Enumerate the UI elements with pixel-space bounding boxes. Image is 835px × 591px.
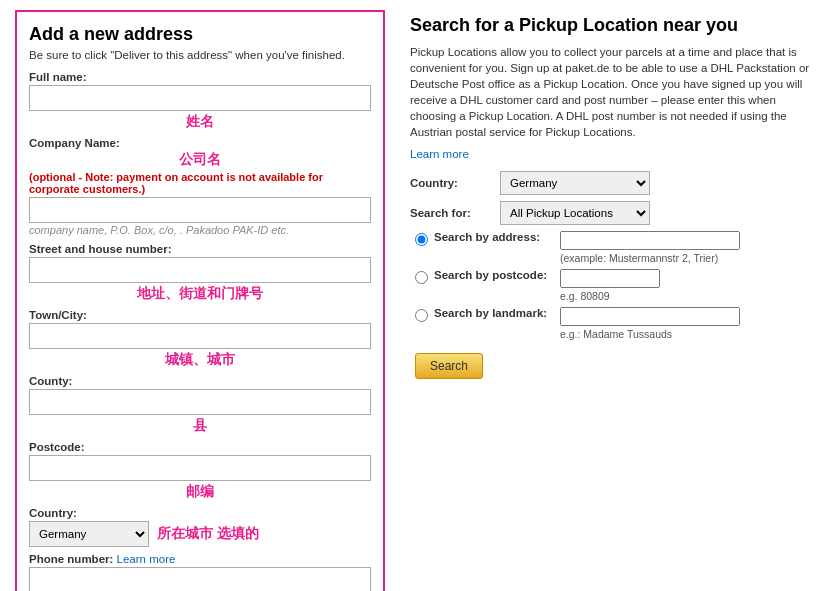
postcode-input[interactable]: [29, 455, 371, 481]
phone-learn-more-link[interactable]: Learn more: [117, 553, 176, 565]
county-group: County: 县: [29, 375, 371, 435]
search-for-select[interactable]: All Pickup Locations DHL Packstation Deu…: [500, 201, 650, 225]
town-label: Town/City:: [29, 309, 371, 321]
company-name-group: Company Name: 公司名 (optional - Note: paym…: [29, 137, 371, 237]
search-landmark-label: Search by landmark:: [434, 307, 554, 319]
postcode-annotation: 邮编: [29, 483, 371, 501]
search-button[interactable]: Search: [415, 353, 483, 379]
phone-group: Phone number: Learn more 手机号码: [29, 553, 371, 591]
country-select[interactable]: Germany: [29, 521, 149, 547]
street-label: Street and house number:: [29, 243, 371, 255]
search-address-input[interactable]: [560, 231, 740, 250]
search-address-radio[interactable]: [415, 233, 428, 246]
full-name-input[interactable]: [29, 85, 371, 111]
search-for-label: Search for:: [410, 207, 500, 219]
company-name-label: Company Name: 公司名 (optional - Note: paym…: [29, 137, 371, 195]
search-country-select[interactable]: Germany: [500, 171, 650, 195]
full-name-annotation: 姓名: [29, 113, 371, 131]
country-label: Country:: [29, 507, 371, 519]
town-input[interactable]: [29, 323, 371, 349]
town-annotation: 城镇、城市: [29, 351, 371, 369]
street-annotation: 地址、街道和门牌号: [29, 285, 371, 303]
company-annotation: 公司名: [29, 151, 371, 169]
search-postcode-row: Search by postcode: e.g. 80809: [410, 269, 815, 302]
left-address-panel: Add a new address Be sure to click "Deli…: [15, 10, 385, 591]
pickup-title: Search for a Pickup Location near you: [410, 15, 815, 36]
full-name-group: Full name: 姓名: [29, 71, 371, 131]
search-landmark-input[interactable]: [560, 307, 740, 326]
phone-label: Phone number: Learn more: [29, 553, 371, 565]
search-address-label: Search by address:: [434, 231, 554, 243]
search-postcode-input-group: e.g. 80809: [560, 269, 660, 302]
search-postcode-radio[interactable]: [415, 271, 428, 284]
search-address-input-group: (example: Mustermannstr 2, Trier): [560, 231, 740, 264]
search-postcode-label: Search by postcode:: [434, 269, 554, 281]
street-group: Street and house number: 地址、街道和门牌号: [29, 243, 371, 303]
county-label: County:: [29, 375, 371, 387]
company-name-input[interactable]: [29, 197, 371, 223]
country-group: Country: Germany 所在城市 选填的: [29, 507, 371, 547]
search-postcode-hint: e.g. 80809: [560, 290, 660, 302]
phone-input[interactable]: [29, 567, 371, 591]
search-landmark-hint: e.g.: Madame Tussauds: [560, 328, 740, 340]
search-country-row: Country: Germany: [410, 171, 815, 195]
pickup-search-form: Country: Germany Search for: All Pickup …: [410, 171, 815, 379]
search-address-hint: (example: Mustermannstr 2, Trier): [560, 252, 740, 264]
add-address-subtitle: Be sure to click "Deliver to this addres…: [29, 49, 371, 61]
search-landmark-radio[interactable]: [415, 309, 428, 322]
county-input[interactable]: [29, 389, 371, 415]
search-country-label: Country:: [410, 177, 500, 189]
search-postcode-input[interactable]: [560, 269, 660, 288]
country-annotation: 所在城市 选填的: [157, 525, 259, 543]
postcode-label: Postcode:: [29, 441, 371, 453]
search-landmark-input-group: e.g.: Madame Tussauds: [560, 307, 740, 340]
search-landmark-row: Search by landmark: e.g.: Madame Tussaud…: [410, 307, 815, 340]
search-for-row: Search for: All Pickup Locations DHL Pac…: [410, 201, 815, 225]
search-address-row: Search by address: (example: Mustermanns…: [410, 231, 815, 264]
learn-more-link[interactable]: Learn more: [410, 148, 469, 160]
right-pickup-panel: Search for a Pickup Location near you Pi…: [405, 10, 820, 591]
full-name-label: Full name:: [29, 71, 371, 83]
postcode-group: Postcode: 邮编: [29, 441, 371, 501]
add-address-title: Add a new address: [29, 24, 371, 45]
company-placeholder: company name, P.O. Box, c/o, . Pakadoo P…: [29, 224, 289, 236]
street-input[interactable]: [29, 257, 371, 283]
town-group: Town/City: 城镇、城市: [29, 309, 371, 369]
pickup-description: Pickup Locations allow you to collect yo…: [410, 44, 815, 141]
county-annotation: 县: [29, 417, 371, 435]
